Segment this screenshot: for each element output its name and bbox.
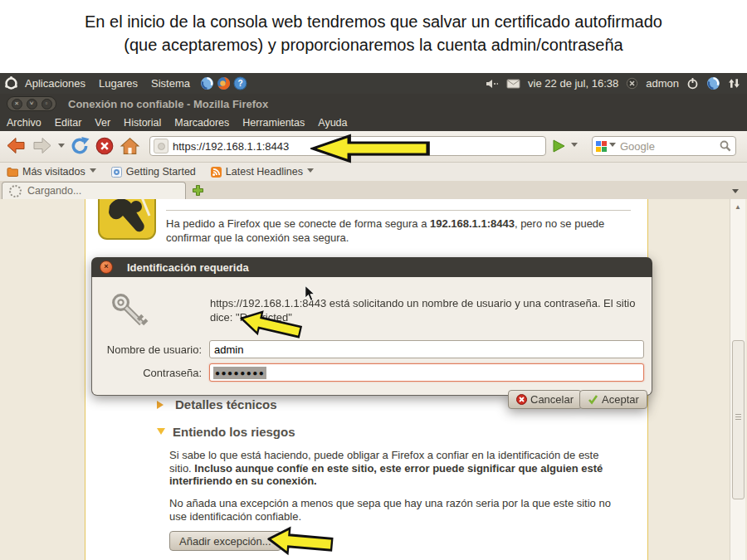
collapsed-triangle-icon[interactable] [157,401,168,409]
menu-marcadores[interactable]: Marcadores [168,117,236,129]
firefox-menubar: Archivo Editar Ver Historial Marcadores … [0,114,747,131]
cancel-x-icon [516,394,527,405]
dialog-title: Identificación requerida [127,261,249,274]
getting-started-icon [111,167,122,178]
dialog-message: https://192.168.1.1:8443 está solicitand… [210,297,658,324]
url-text[interactable]: https://192.168.1.1:8443 [173,140,289,153]
accept-label: Aceptar [602,393,639,406]
bookmarks-toolbar: Más visitados Getting Started Latest Hea… [0,163,747,181]
scroll-up-arrow[interactable]: ▲ [730,203,745,211]
divider [166,210,631,211]
caption-line-1: En el inicio de la consola web tendremos… [0,12,747,32]
network-traffic-icon[interactable] [728,78,740,89]
intro-host: 192.168.1.1:8443 [430,217,515,230]
bookmark-label[interactable]: Más visitados [22,166,85,178]
cancel-label: Cancelar [530,393,574,406]
tutorial-caption: En el inicio de la consola web tendremos… [0,0,747,73]
key-icon [110,292,149,330]
add-exception-button[interactable]: Añadir excepción... [169,531,281,551]
menu-ver[interactable]: Ver [88,117,117,129]
url-bar[interactable]: https://192.168.1.1:8443 [149,136,546,156]
loading-spinner-icon [9,185,22,197]
dialog-close-button[interactable]: × [100,261,113,274]
auth-dialog: × Identificación requerida https://192.1… [91,257,652,397]
window-minimize-button[interactable]: ˅ [27,99,37,110]
home-button[interactable] [120,136,140,156]
password-value-selected: ●●●●●●●● [213,367,266,379]
launcher-swirl-icon[interactable] [200,76,214,90]
tray-swirl-icon[interactable] [706,76,720,90]
bookmark-getting-started[interactable]: Getting Started [111,166,196,178]
ubuntu-logo-icon[interactable] [4,76,18,90]
untrusted-connection-warning-icon [98,199,156,241]
forward-button[interactable] [32,135,53,156]
bookmark-label[interactable]: Latest Headlines [226,166,303,178]
history-dropdown-icon[interactable] [58,144,65,151]
intro-text: Ha pedido a Firefox que se conecte de fo… [166,217,430,230]
chevron-down-icon[interactable] [90,168,96,176]
window-title: Conexión no confiable - Mozilla Firefox [68,98,268,110]
reload-button[interactable] [70,136,90,156]
cancel-button[interactable]: Cancelar [508,390,582,409]
ubuntu-panel: Aplicaciones Lugares Sistema ? vie 22 de… [0,73,747,94]
section-understand-risks[interactable]: Entiendo los riesgos [157,424,295,439]
warning-intro-text: Ha pedido a Firefox que se conecte de fo… [166,217,629,245]
window-controls: × ˅ ▫ [7,96,56,111]
section-label[interactable]: Detalles técnicos [175,397,277,411]
stop-button[interactable] [95,136,115,156]
password-input[interactable]: ●●●●●●●● [209,363,644,382]
google-logo-icon [596,141,607,152]
bookmark-label[interactable]: Getting Started [126,166,196,178]
section-technical-details[interactable]: Detalles técnicos [157,397,277,411]
menu-archivo[interactable]: Archivo [0,117,48,129]
caption-line-2: (que aceptaremos) y proporcionaremos la … [0,36,747,55]
menu-ayuda[interactable]: Ayuda [311,117,354,129]
volume-muted-icon[interactable] [486,79,499,89]
scrollbar-thumb[interactable] [732,340,745,499]
launcher-help-icon[interactable]: ? [233,76,247,90]
expanded-triangle-icon[interactable] [157,428,165,439]
navigation-toolbar: https://192.168.1.1:8443 Google [0,131,747,163]
tab-list-dropdown-icon[interactable] [732,189,739,197]
tab-bar: Cargando... [0,181,747,199]
accept-button[interactable]: Aceptar [579,390,647,409]
user-status-icon[interactable] [626,77,638,90]
menu-editar[interactable]: Editar [48,117,89,129]
auth-dialog-titlebar: × Identificación requerida [91,257,652,277]
menu-aplicaciones[interactable]: Aplicaciones [18,77,92,90]
folder-icon [7,167,18,177]
power-icon[interactable] [686,77,699,90]
section-label[interactable]: Entiendo los riesgos [173,425,295,439]
svg-text:?: ? [237,79,242,88]
menu-sistema[interactable]: Sistema [144,77,197,90]
mail-envelope-icon[interactable] [506,79,520,89]
accept-check-icon [588,394,598,405]
go-dropdown-icon[interactable] [571,143,578,150]
menu-herramientas[interactable]: Herramientas [236,117,311,129]
search-bar[interactable]: Google [592,136,736,156]
back-button[interactable] [5,135,27,156]
launcher-firefox-icon[interactable] [217,76,231,90]
window-maximize-button[interactable]: ▫ [42,99,52,110]
panel-username[interactable]: admon [646,77,679,90]
new-tab-button[interactable] [192,184,204,197]
bookmark-most-visited[interactable]: Más visitados [7,166,96,178]
tab-title: Cargando... [27,185,81,197]
risk-text-bold: Incluso aunque confíe en este sitio, est… [169,462,603,488]
site-favicon [154,139,168,153]
tab-loading[interactable]: Cargando... [2,182,186,199]
go-button[interactable] [551,139,566,153]
rss-icon [211,167,222,178]
panel-clock[interactable]: vie 22 de jul, 16:38 [528,77,618,90]
search-engine-dropdown-icon[interactable] [609,143,616,150]
bookmark-latest-headlines[interactable]: Latest Headlines [211,166,314,178]
vertical-scrollbar[interactable]: ▲ [730,199,745,560]
window-close-button[interactable]: × [12,99,22,110]
username-input[interactable]: admin [209,340,644,358]
search-placeholder[interactable]: Google [620,140,720,153]
menu-historial[interactable]: Historial [117,117,168,129]
password-label: Contraseña: [92,367,202,379]
search-magnifier-icon[interactable] [720,140,731,152]
menu-lugares[interactable]: Lugares [92,77,144,90]
chevron-down-icon[interactable] [307,168,314,176]
